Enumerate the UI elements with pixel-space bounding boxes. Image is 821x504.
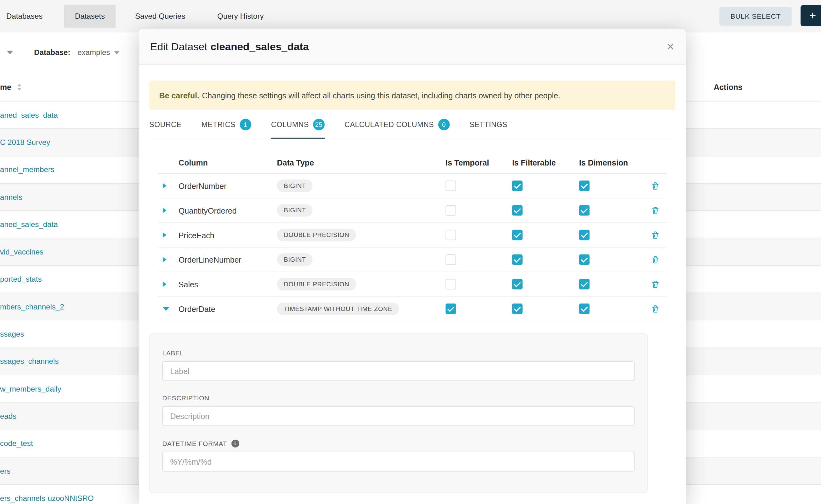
sort-down-arrow-icon [17, 88, 21, 91]
dataset-link[interactable]: aned_sales_data [0, 111, 58, 119]
trash-icon [651, 181, 660, 190]
delete-column-button[interactable] [651, 304, 660, 313]
dataset-link[interactable]: w_members_daily [0, 384, 61, 393]
dataset-link[interactable]: ers [0, 467, 11, 475]
collapse-caret-icon[interactable] [163, 307, 169, 311]
top-navigation-bar: Databases Datasets Saved Queries Query H… [0, 0, 821, 32]
is-filterable-checkbox[interactable] [512, 254, 523, 265]
info-icon[interactable]: i [231, 440, 239, 447]
is-temporal-checkbox[interactable] [446, 180, 456, 191]
dataset-link[interactable]: vid_vaccines [0, 248, 43, 256]
expand-caret-icon[interactable] [163, 257, 166, 262]
dataset-link[interactable]: ers_channels-uzooNNtSRO [0, 494, 94, 502]
warning-bold-text: Be careful. [159, 91, 200, 100]
is-dimension-checkbox[interactable] [579, 304, 590, 314]
dataset-link[interactable]: ported_stats [0, 275, 42, 284]
expand-caret-icon[interactable] [163, 183, 166, 189]
tab-metrics-label: METRICS [201, 120, 235, 129]
is-dimension-checkbox[interactable] [579, 254, 590, 265]
column-row: OrderNumber BIGINT [158, 174, 666, 198]
trash-icon [651, 255, 660, 264]
is-temporal-checkbox[interactable] [446, 304, 456, 314]
dataset-link[interactable]: ssages_channels [0, 357, 59, 366]
tab-columns[interactable]: COLUMNS 25 [271, 110, 324, 139]
is-dimension-checkbox[interactable] [579, 279, 590, 289]
column-name: Sales [179, 280, 277, 289]
column-row: Sales DOUBLE PRECISION [158, 272, 666, 297]
delete-column-button[interactable] [651, 255, 660, 264]
delete-column-button[interactable] [651, 230, 660, 239]
name-column-header[interactable]: me [0, 83, 11, 91]
columns-count-badge: 25 [313, 119, 324, 130]
dataset-link[interactable]: annel_members [0, 166, 54, 174]
tab-calculated-columns[interactable]: CALCULATED COLUMNS 0 [344, 110, 450, 139]
warning-text: Changing these settings will affect all … [202, 91, 560, 100]
tab-settings[interactable]: SETTINGS [470, 110, 507, 139]
is-temporal-checkbox[interactable] [446, 254, 456, 265]
header-is-temporal: Is Temporal [446, 158, 512, 166]
is-dimension-checkbox[interactable] [579, 180, 590, 191]
database-select-caret-icon[interactable] [114, 51, 119, 54]
columns-table: Column Data Type Is Temporal Is Filterab… [158, 151, 666, 321]
delete-column-button[interactable] [651, 280, 660, 289]
trash-icon [651, 206, 660, 215]
trash-icon [651, 230, 660, 239]
column-row: OrderLineNumber BIGINT [158, 248, 666, 272]
data-type-pill: TIMESTAMP WITHOUT TIME ZONE [277, 303, 399, 315]
sort-icon[interactable] [17, 84, 21, 91]
is-filterable-checkbox[interactable] [512, 180, 523, 191]
expand-caret-icon[interactable] [163, 232, 166, 238]
column-name: QuantityOrdered [179, 206, 277, 215]
column-name: OrderNumber [179, 181, 277, 190]
nav-tab-databases[interactable]: Databases [6, 0, 42, 32]
delete-column-button[interactable] [651, 181, 660, 190]
datetime-format-label-text: DATETIME FORMAT [162, 440, 227, 447]
dataset-link[interactable]: ssages [0, 330, 24, 338]
data-type-pill: DOUBLE PRECISION [277, 278, 356, 290]
database-filter-label: Database: [34, 48, 70, 57]
dataset-link[interactable]: mbers_channels_2 [0, 302, 64, 311]
header-data-type: Data Type [277, 158, 446, 166]
tab-source[interactable]: SOURCE [149, 110, 181, 139]
database-filter-value[interactable]: examples [77, 48, 110, 57]
description-field-group: DESCRIPTION [162, 395, 635, 426]
page: Databases Datasets Saved Queries Query H… [0, 0, 821, 504]
is-temporal-checkbox[interactable] [446, 205, 456, 216]
is-filterable-checkbox[interactable] [512, 230, 523, 240]
is-dimension-checkbox[interactable] [579, 205, 590, 216]
is-filterable-checkbox[interactable] [512, 205, 523, 216]
column-name: OrderLineNumber [179, 255, 277, 264]
dataset-link[interactable]: code_test [0, 439, 33, 448]
datetime-format-field-label: DATETIME FORMAT i [162, 440, 635, 447]
label-input[interactable] [162, 361, 635, 381]
description-input[interactable] [162, 406, 635, 426]
expand-caret-icon[interactable] [163, 282, 166, 287]
modal-title: Edit Datasetcleaned_sales_data [150, 41, 309, 53]
nav-tab-datasets[interactable]: Datasets [64, 5, 116, 28]
nav-tab-saved-queries[interactable]: Saved Queries [135, 0, 185, 32]
nav-tab-query-history[interactable]: Query History [217, 0, 264, 32]
dataset-link[interactable]: C 2018 Survey [0, 138, 50, 146]
close-icon[interactable]: × [666, 40, 674, 53]
is-filterable-checkbox[interactable] [512, 279, 523, 289]
tab-metrics[interactable]: METRICS 1 [201, 110, 251, 139]
label-field-group: LABEL [162, 350, 635, 381]
is-filterable-checkbox[interactable] [512, 304, 523, 314]
is-dimension-checkbox[interactable] [579, 230, 590, 240]
is-temporal-checkbox[interactable] [446, 279, 456, 289]
delete-column-button[interactable] [651, 206, 660, 215]
dataset-link[interactable]: annels [0, 193, 22, 201]
add-dataset-button[interactable]: + [801, 5, 821, 26]
filter-select-caret-icon[interactable] [7, 51, 13, 55]
metrics-count-badge: 1 [240, 119, 251, 130]
expand-caret-icon[interactable] [163, 208, 166, 213]
trash-icon [651, 280, 660, 289]
column-name: OrderDate [179, 304, 277, 313]
datetime-format-input[interactable] [162, 452, 635, 472]
dataset-link[interactable]: aned_sales_data [0, 220, 58, 229]
dataset-link[interactable]: eads [0, 412, 17, 420]
modal-tabs: SOURCE METRICS 1 COLUMNS 25 CALCULATED C… [149, 110, 675, 139]
data-type-pill: DOUBLE PRECISION [277, 229, 356, 241]
is-temporal-checkbox[interactable] [446, 230, 456, 240]
bulk-select-button[interactable]: BULK SELECT [720, 7, 792, 26]
